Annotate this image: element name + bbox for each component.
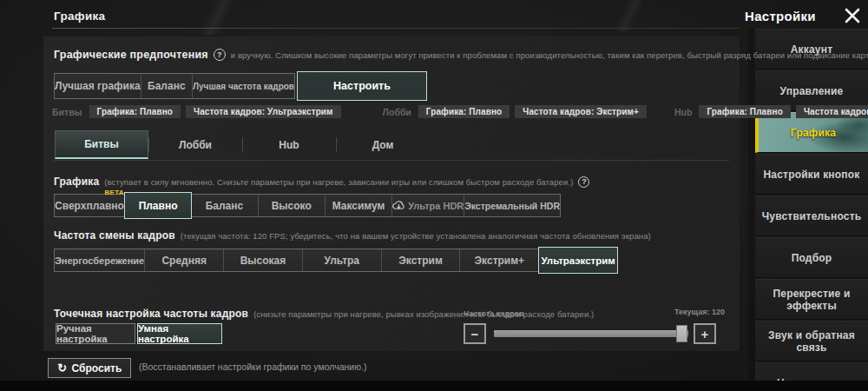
quality-label: Сверхплавно: [55, 200, 124, 212]
fps-slider-track[interactable]: [494, 330, 688, 337]
preset-group: Лучшая графика Баланс Лучшая частота кад…: [54, 73, 295, 99]
graphics-quality-header: Графика (вступает в силу мгновенно. Сниз…: [54, 176, 589, 188]
fine-tune-note: (снизьте параметры при нагреве, рывках и…: [253, 309, 594, 319]
close-icon[interactable]: [842, 5, 863, 26]
sidebar-item-sensitivity[interactable]: Чувствительность: [755, 196, 868, 236]
slider-current-value: Текущая: 120: [674, 308, 725, 316]
sidebar-edge-strip: [748, 29, 755, 391]
fps-slider-handle[interactable]: [676, 325, 687, 342]
fps-medium[interactable]: Средняя: [145, 249, 224, 271]
tab-battles[interactable]: Битвы: [55, 130, 148, 159]
summary-chip: Графика: Плавно: [699, 105, 790, 118]
scope-tabs: Битвы Лобби Hub Дом: [55, 130, 430, 159]
preset-custom-button[interactable]: Настроить: [297, 71, 427, 101]
preset-best-framerate[interactable]: Лучшая частота кадров: [193, 74, 294, 98]
undo-icon: ↺: [57, 361, 67, 374]
reset-label: Сбросить: [72, 362, 122, 374]
download-cloud-icon: [392, 200, 405, 211]
fps-decrease-button[interactable]: −: [464, 323, 486, 344]
framerate-note: (текущая частота: 120 FPS; убедитесь, чт…: [181, 231, 651, 241]
quality-ultra-hdr[interactable]: Ультра HDR: [392, 195, 464, 216]
fps-high[interactable]: Высокая: [224, 249, 303, 271]
summary-chip: Частота кадров: Экстрим: [796, 105, 868, 118]
preferences-title: Графические предпочтения: [54, 49, 208, 61]
help-icon[interactable]: ?: [578, 176, 589, 188]
quality-ultra-smooth[interactable]: Сверхплавно BETA: [55, 195, 125, 216]
sidebar-item-button-settings[interactable]: Настройки кнопок: [755, 154, 868, 195]
fps-ultra[interactable]: Ультра: [303, 249, 382, 271]
preset-summary-row: Битвы Графика: Плавно Частота кадров: Ул…: [52, 105, 868, 118]
reset-note: (Восстанавливает настройки графики по ум…: [139, 361, 366, 372]
sidebar-item-sound-feedback[interactable]: Звук и обратная связь: [755, 321, 868, 361]
sidebar-item-graphics[interactable]: Графика: [755, 112, 868, 153]
fps-increase-button[interactable]: +: [694, 323, 716, 344]
summary-chip: Графика: Плавно: [418, 105, 510, 118]
graphics-quality-note: (вступает в силу мгновенно. Снизьте пара…: [104, 177, 573, 187]
texture-streak: [87, 0, 347, 35]
help-icon[interactable]: ?: [214, 49, 226, 61]
tab-lobby[interactable]: Лобби: [148, 130, 242, 159]
quality-label: Ультра HDR: [408, 201, 464, 211]
settings-title: Настройки: [745, 9, 816, 23]
framerate-group: Энергосбережение Средняя Высокая Ультра …: [54, 249, 618, 272]
title-divider: [52, 28, 740, 29]
graphics-quality-title: Графика: [54, 176, 99, 188]
summary-label-hub: Hub: [674, 107, 692, 117]
tabs-divider: [54, 160, 729, 161]
page-title: Графика: [54, 10, 105, 23]
quality-balance[interactable]: Баланс: [191, 195, 258, 216]
settings-header: Настройки: [745, 5, 863, 26]
summary-chip: Графика: Плавно: [89, 105, 181, 118]
quality-extreme-hdr[interactable]: Экстремальный HDR: [464, 195, 560, 216]
summary-chip: Частота кадров: Экстрим+: [515, 105, 647, 118]
summary-chip: Частота кадров: Ультраэкстрим: [186, 105, 341, 118]
texture-streak: [521, 0, 738, 31]
summary-label-lobby: Лобби: [383, 107, 411, 117]
framerate-header: Частота смены кадров (текущая частота: 1…: [54, 229, 651, 242]
slider-label: Частота кадров: [464, 309, 524, 318]
fps-ultra-extreme[interactable]: Ультраэкстрим: [538, 247, 618, 274]
framerate-title: Частота смены кадров: [54, 229, 175, 242]
fps-extreme[interactable]: Экстрим: [382, 249, 461, 271]
preset-best-graphics[interactable]: Лучшая графика: [55, 74, 141, 98]
quality-max[interactable]: Максимум: [326, 195, 392, 216]
fps-power-saving[interactable]: Энергосбережение: [55, 249, 145, 271]
bottom-letterbox-bar: [0, 381, 868, 391]
reset-button[interactable]: ↺ Сбросить: [48, 358, 131, 378]
fine-tune-title: Точечная настройка частоты кадров: [54, 308, 248, 320]
graphics-quality-group: Сверхплавно BETA Плавно Баланс Высоко Ма…: [54, 194, 561, 217]
sidebar-item-pickup[interactable]: Подбор: [755, 237, 868, 278]
preferences-header: Графические предпочтения ? и вручную. Сл…: [54, 49, 868, 61]
fps-extreme-plus[interactable]: Экстрим+: [460, 249, 539, 271]
settings-sidebar: Аккаунт Управление Графика Настройки кно…: [755, 29, 868, 391]
preset-balance[interactable]: Баланс: [141, 74, 193, 98]
quality-smooth[interactable]: Плавно: [124, 192, 192, 219]
summary-label-battles: Битвы: [52, 107, 82, 117]
preferences-note: и вручную. Слишком высокие параметры мог…: [231, 50, 868, 60]
tab-hub[interactable]: Hub: [242, 130, 336, 159]
manual-mode-button[interactable]: Ручная настройка: [56, 323, 135, 344]
graphics-settings-panel: Графические предпочтения ? и вручную. Сл…: [43, 36, 740, 351]
quality-high[interactable]: Высоко: [259, 195, 326, 216]
tab-home[interactable]: Дом: [336, 130, 430, 159]
beta-badge: BETA: [105, 189, 124, 196]
sidebar-item-crosshair-effects[interactable]: Перекрестие и эффекты: [755, 279, 868, 320]
smart-mode-button[interactable]: Умная настройка: [137, 323, 222, 344]
